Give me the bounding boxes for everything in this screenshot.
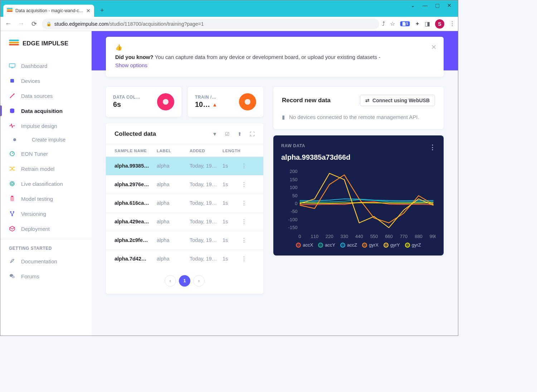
forward-button[interactable]: → — [16, 19, 26, 29]
pulse-icon — [9, 123, 15, 129]
filter-icon[interactable]: ▼ — [212, 131, 217, 137]
main-content: 👍 ✕ Did you know? You can capture data f… — [92, 31, 458, 336]
connect-webusb-button[interactable]: ⇄ Connect using WebUSB — [360, 95, 435, 106]
svg-rect-9 — [10, 197, 14, 201]
page-current[interactable]: 1 — [179, 275, 190, 287]
table-row[interactable]: alpha.2976e…alphaToday, 19…1s⋮ — [106, 175, 263, 194]
logo-text: EDGE IMPULSE — [23, 40, 68, 47]
legend-item[interactable]: gyrZ — [405, 242, 421, 248]
tab-close-icon[interactable]: ✕ — [86, 8, 91, 14]
svg-text:330: 330 — [341, 234, 348, 239]
table-row[interactable]: alpha.429ea…alphaToday, 19…1s⋮ — [106, 213, 263, 231]
sidepanel-icon[interactable]: ◨ — [425, 20, 430, 27]
svg-point-13 — [11, 215, 13, 216]
page-next-button[interactable]: › — [193, 275, 205, 287]
device-status: ▮ No devices connected to the remote man… — [282, 113, 435, 121]
raw-data-panel: RAW DATA ⋮ alpha.99385a73d66d 2001501005… — [273, 135, 444, 255]
svg-text:220: 220 — [326, 234, 333, 239]
table-row[interactable]: alpha.7d42…alphaToday, 19…1s⋮ — [106, 250, 263, 268]
radar-icon — [9, 180, 15, 187]
row-menu-icon[interactable]: ⋮ — [241, 255, 247, 262]
menu-icon[interactable]: ⋮ — [449, 20, 455, 27]
url-input[interactable]: 🔒 studio.edgeimpulse.com/studio/118700/a… — [42, 19, 379, 29]
sidebar-item-retrain[interactable]: Retrain model — [0, 161, 92, 176]
extensions-icon[interactable]: ✦ — [415, 20, 420, 27]
row-menu-icon[interactable]: ⋮ — [241, 181, 247, 188]
svg-point-3 — [14, 94, 15, 95]
window-minimize-icon[interactable]: — — [422, 3, 428, 8]
legend-item[interactable]: gyrY — [384, 242, 400, 248]
stat-data-collected: DATA COL… 6s — [106, 87, 181, 117]
extension-badge[interactable]: 📄5 — [400, 21, 410, 26]
svg-text:110: 110 — [311, 234, 319, 239]
chip-icon — [9, 78, 15, 84]
window-close-icon[interactable]: ✕ — [446, 3, 452, 8]
table-header: SAMPLE NAME LABEL ADDED LENGTH — [106, 145, 263, 157]
sidebar-item-data-acquisition[interactable]: Data acquisition — [0, 103, 92, 118]
window-titlebar: Data acquisition - magic-wand-c… ✕ + ⌄ —… — [0, 0, 458, 17]
legend-item[interactable]: accZ — [340, 242, 357, 248]
select-icon[interactable]: ☑ — [225, 131, 230, 137]
browser-tab[interactable]: Data acquisition - magic-wand-c… ✕ — [3, 5, 94, 17]
window-chevron-icon[interactable]: ⌄ — [410, 3, 416, 8]
clipboard-icon — [9, 195, 15, 202]
legend-item[interactable]: accX — [296, 242, 313, 248]
svg-text:990: 990 — [430, 234, 436, 239]
banner-close-icon[interactable]: ✕ — [431, 43, 436, 51]
svg-text:50: 50 — [292, 193, 297, 198]
thumbs-up-icon: 👍 — [115, 44, 434, 51]
usb-icon: ⇄ — [365, 98, 370, 103]
table-row[interactable]: alpha.99385…alphaToday, 19…1s⋮ — [106, 157, 263, 175]
sidebar-item-live-classification[interactable]: Live classification — [0, 176, 92, 191]
row-menu-icon[interactable]: ⋮ — [241, 237, 247, 244]
rocket-icon — [9, 258, 15, 264]
show-options-link[interactable]: Show options — [115, 62, 147, 68]
sidebar-item-impulse-design[interactable]: Impulse design — [0, 118, 92, 133]
sidebar-item-model-testing[interactable]: Model testing — [0, 191, 92, 206]
sidebar-item-eon-tuner[interactable]: EON Tuner — [0, 146, 92, 161]
shuffle-icon — [9, 165, 15, 172]
sidebar-item-dashboard[interactable]: Dashboard — [0, 58, 92, 73]
bookmark-icon[interactable]: ☆ — [390, 20, 395, 27]
expand-icon[interactable]: ⛶ — [250, 131, 255, 137]
raw-menu-icon[interactable]: ⋮ — [429, 143, 436, 151]
device-icon: ▮ — [282, 113, 285, 121]
sidebar-item-deployment[interactable]: Deployment — [0, 221, 92, 236]
svg-point-7 — [10, 182, 14, 186]
chart-legend: accXaccYaccZgyrXgyrYgyrZ — [281, 242, 436, 248]
page-prev-button[interactable]: ‹ — [165, 275, 176, 287]
row-menu-icon[interactable]: ⋮ — [241, 163, 247, 169]
monitor-icon — [9, 63, 15, 69]
banner-body: You can capture data from any device or … — [155, 54, 381, 60]
back-button[interactable]: ← — [3, 19, 13, 29]
sidebar-item-documentation[interactable]: Documentation — [0, 254, 92, 269]
sidebar-item-data-sources[interactable]: Data sources — [0, 88, 92, 103]
svg-text:-50: -50 — [291, 209, 298, 214]
logo[interactable]: EDGE IMPULSE — [0, 40, 92, 58]
tab-title: Data acquisition - magic-wand-c… — [15, 8, 83, 13]
chat-icon — [9, 273, 15, 279]
row-menu-icon[interactable]: ⋮ — [241, 218, 247, 225]
legend-item[interactable]: accY — [318, 242, 335, 248]
reload-button[interactable]: ⟳ — [29, 19, 39, 29]
svg-point-12 — [13, 211, 14, 213]
sidebar-sub-create-impulse[interactable]: Create impulse — [0, 133, 92, 146]
profile-avatar[interactable]: S — [435, 19, 444, 29]
sidebar-item-forums[interactable]: Forums — [0, 269, 92, 284]
svg-text:440: 440 — [355, 234, 363, 239]
sidebar-item-devices[interactable]: Devices — [0, 73, 92, 88]
svg-text:880: 880 — [415, 234, 423, 239]
table-row[interactable]: alpha.2c9fe…alphaToday, 19…1s⋮ — [106, 231, 263, 250]
row-menu-icon[interactable]: ⋮ — [241, 200, 247, 207]
svg-text:-100: -100 — [288, 217, 297, 222]
pagination: ‹ 1 › — [106, 268, 263, 294]
new-tab-button[interactable]: + — [97, 5, 107, 15]
svg-point-8 — [11, 183, 13, 185]
svg-text:-150: -150 — [288, 225, 297, 230]
legend-item[interactable]: gyrX — [362, 242, 379, 248]
share-icon[interactable]: ⤴ — [382, 21, 385, 27]
sidebar-item-versioning[interactable]: Versioning — [0, 206, 92, 221]
window-maximize-icon[interactable]: ▢ — [434, 3, 440, 8]
table-row[interactable]: alpha.616ca…alphaToday, 19…1s⋮ — [106, 194, 263, 213]
upload-icon[interactable]: ⬆ — [238, 131, 242, 137]
